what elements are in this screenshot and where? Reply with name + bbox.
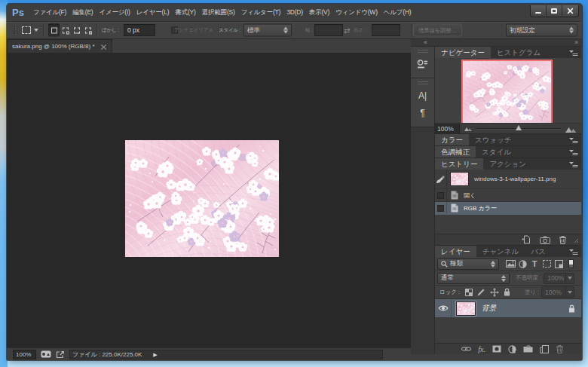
layer-row-background[interactable]: 背景 [435,299,581,317]
delete-layer-trash-icon[interactable] [556,344,564,353]
swap-dimensions-icon[interactable]: ⇄ [344,26,350,35]
tab-channels[interactable]: チャンネル [476,246,525,257]
tab-color[interactable]: カラー [435,134,469,145]
panel-menu-icon[interactable] [569,161,578,168]
panel-menu-icon[interactable] [569,137,578,144]
panel-menu-icon[interactable] [569,50,578,57]
zoom-out-icon[interactable] [464,126,472,131]
menu-item-filter[interactable]: フィルター(T) [238,4,284,21]
close-button[interactable] [562,5,578,17]
dropdown-button[interactable] [565,274,574,283]
layer-visibility-cell[interactable] [435,299,452,317]
layer-thumbnail[interactable] [456,301,476,316]
new-selection-button[interactable] [48,24,60,37]
zoom-slider-thumb[interactable] [516,125,522,130]
mini-bridge-icon[interactable] [41,350,51,358]
history-state-row[interactable]: 開く [435,189,581,202]
close-tab-icon[interactable] [101,44,106,49]
fill-select[interactable]: 100% [541,286,574,298]
tab-styles[interactable]: スタイル [476,146,517,158]
feather-input[interactable]: 0 px [124,24,155,36]
layer-effects-icon[interactable]: fx. [478,345,485,353]
share-export-icon[interactable] [56,350,65,359]
dock-grip[interactable] [418,50,428,53]
tab-navigator[interactable]: ナビゲーター [435,47,491,58]
canvas-pasteboard[interactable] [7,54,411,347]
canvas-image[interactable] [125,140,279,257]
history-snapshot-row[interactable]: windows-3-1-wallpaper-11.png [435,170,581,189]
intersect-selection-button[interactable] [82,24,93,37]
lock-all-button[interactable] [502,287,512,297]
minimize-button[interactable] [531,5,547,17]
blend-mode-select[interactable]: 通常 [437,273,510,284]
lock-pixels-button[interactable] [476,287,486,297]
layer-name[interactable]: 背景 [482,304,496,313]
dropdown-button[interactable] [565,287,574,297]
tab-history[interactable]: ヒストリー [435,158,483,170]
menu-item-window[interactable]: ウィンドウ(W) [332,4,381,21]
tab-swatches[interactable]: スウォッチ [469,134,518,145]
zoom-slider[interactable] [476,128,561,129]
snapshot-camera-icon[interactable] [540,236,550,244]
filter-shape-layers-button[interactable] [541,258,552,269]
delete-state-trash-icon[interactable] [559,235,567,244]
menu-item-3d[interactable]: 3D(D) [283,4,306,21]
history-state-row-selected[interactable]: RGB カラー [435,202,581,215]
menu-item-file[interactable]: ファイル(F) [30,4,69,21]
filter-smart-objects-button[interactable] [553,258,564,269]
menu-item-view[interactable]: 表示(V) [306,4,332,21]
lock-transparency-button[interactable] [464,287,473,297]
workspace-select[interactable]: 初期設定 [506,24,577,37]
menu-item-image[interactable]: イメージ(I) [96,4,133,21]
tab-layers[interactable]: レイヤー [435,246,476,257]
collapse-panels-icon[interactable]: » [574,38,577,47]
history-brush-source-cell[interactable] [435,189,447,201]
lock-position-button[interactable] [489,287,499,297]
properties-panel-button[interactable] [414,57,432,72]
add-to-selection-button[interactable] [60,24,71,37]
filter-adjustment-layers-button[interactable] [517,258,528,269]
new-layer-icon[interactable] [540,345,549,353]
document-tab[interactable]: sakura.png @ 100% (RGB/8) * [7,39,112,53]
menu-item-edit[interactable]: 編集(E) [69,4,96,21]
history-brush-checkbox[interactable] [437,205,444,212]
status-menu-arrow-icon[interactable]: ▶ [153,352,157,357]
height-input[interactable] [372,24,400,36]
tool-preset-button[interactable] [20,25,41,35]
subtract-from-selection-button[interactable] [71,24,82,37]
options-bar-grip[interactable] [14,26,17,35]
history-brush-source-cell[interactable] [435,202,447,214]
refine-edge-button[interactable]: 境界線を調整 ... [413,24,462,37]
document-info[interactable]: ファイル : 225.0K/225.0K ▶ [69,350,383,359]
navigator-zoom-input[interactable]: 100% [435,124,460,134]
filter-pixel-layers-button[interactable] [505,258,516,269]
panel-menu-icon[interactable] [569,149,578,156]
panel-menu-icon[interactable] [569,249,578,255]
style-select[interactable]: 標準 [243,24,292,37]
layer-filter-select[interactable]: 種類 [437,258,499,270]
add-layer-mask-icon[interactable] [492,345,501,353]
menu-item-layer[interactable]: レイヤー(L) [133,4,173,21]
tab-adjustments[interactable]: 色調補正 [435,146,476,158]
navigator-proxy-view[interactable] [461,60,553,124]
link-layers-icon[interactable] [461,346,471,352]
width-input[interactable] [314,24,343,36]
zoom-in-icon[interactable] [565,125,577,133]
menu-item-select[interactable]: 選択範囲(S) [199,4,238,21]
menu-item-type[interactable]: 書式(Y) [172,4,198,21]
dock-grip[interactable] [418,81,428,84]
new-adjustment-layer-icon[interactable] [508,345,516,353]
status-zoom-input[interactable]: 100% [13,350,36,359]
character-panel-button[interactable]: A| [414,88,432,103]
new-group-folder-icon[interactable] [523,345,533,353]
maximize-button[interactable] [547,5,562,17]
expand-panels-icon[interactable]: « [424,38,427,47]
tab-histogram[interactable]: ヒストグラム [491,47,547,58]
menu-item-help[interactable]: ヘルプ(H) [381,4,415,21]
layer-filter-toggle[interactable] [568,259,574,268]
new-document-from-state-icon[interactable] [522,235,531,244]
paragraph-panel-button[interactable]: ¶ [414,106,432,121]
tab-paths[interactable]: パス [525,246,551,257]
history-brush-checkbox[interactable] [437,192,444,199]
history-brush-source-cell[interactable] [435,170,447,188]
